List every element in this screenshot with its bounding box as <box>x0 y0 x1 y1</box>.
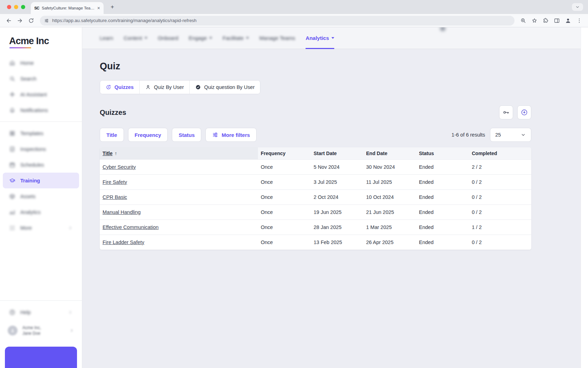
caret-down-icon <box>246 37 249 39</box>
nav-item-onboard[interactable]: Onboard <box>158 27 178 49</box>
sidebar-footer-divider <box>0 300 82 301</box>
sliders-icon <box>212 132 218 138</box>
sidebar-item-templates[interactable]: Templates <box>3 125 79 141</box>
frequency-cell: Once <box>258 209 311 215</box>
nav-item-learn[interactable]: Learn <box>100 27 113 49</box>
page-scrollbar[interactable] <box>581 27 588 368</box>
chevron-down-icon <box>520 132 526 138</box>
minimize-window-button[interactable] <box>14 5 18 9</box>
column-header-title[interactable]: Title↑ <box>100 147 258 159</box>
download-icon <box>521 109 528 116</box>
templates-icon <box>9 130 15 137</box>
sidebar-item-more[interactable]: More <box>3 220 79 236</box>
tab-quizzes[interactable]: Quizzes <box>100 81 139 94</box>
nav-item-manage-teams[interactable]: Manage Teams <box>259 27 295 49</box>
start-date-cell: 19 Jun 2025 <box>311 209 363 215</box>
zoom-icon[interactable] <box>518 15 528 26</box>
sidebar: Acme Inc Home Search AI Assistant Notifi… <box>0 27 82 368</box>
new-tab-button[interactable]: + <box>108 3 116 11</box>
table-row: Manual Handling Once 19 Jun 2025 21 Jun … <box>100 204 531 220</box>
org-profile-menu[interactable]: Acme Inc, Jane Doe <box>3 320 79 341</box>
forward-button[interactable] <box>15 15 25 26</box>
quizzes-table: Title↑ Frequency Start Date End Date Sta… <box>100 147 531 250</box>
chevron-right-icon <box>68 225 73 230</box>
quiz-title-link[interactable]: Fire Safety <box>103 179 127 185</box>
sidebar-item-notifications[interactable]: Notifications <box>3 102 79 118</box>
search-icon <box>9 76 15 82</box>
nav-item-content[interactable]: Content <box>124 27 147 49</box>
status-cell: Ended <box>416 209 469 215</box>
quiz-title-link[interactable]: Manual Handling <box>103 209 141 215</box>
frequency-cell: Once <box>258 164 311 170</box>
quiz-title-link[interactable]: Cyber Security <box>103 164 136 170</box>
tab-close-icon[interactable]: × <box>97 6 100 11</box>
sidebar-item-training[interactable]: Training <box>3 173 79 188</box>
sort-asc-icon: ↑ <box>115 151 117 156</box>
bar-chart-icon <box>9 209 15 215</box>
rapid-refresh-icon <box>106 84 111 90</box>
quiz-view-tabs: Quizzes Quiz By User Quiz question By Us… <box>100 80 260 94</box>
filter-frequency-button[interactable]: Frequency <box>128 128 168 142</box>
status-cell: Ended <box>416 164 469 170</box>
user-name: Jane Doe <box>22 331 41 336</box>
reload-button[interactable] <box>26 15 36 26</box>
quiz-title-link[interactable]: Effective Communication <box>103 224 159 230</box>
window-controls[interactable] <box>7 5 25 9</box>
browser-tab[interactable]: SC SafetyCulture: Manage Teams and... × <box>31 2 104 14</box>
screen: SC SafetyCulture: Manage Teams and... × … <box>0 0 588 368</box>
tab-search-button[interactable] <box>572 3 583 11</box>
section-title: Quizzes <box>100 109 126 117</box>
filter-title-button[interactable]: Title <box>100 128 124 142</box>
tab-quiz-by-user[interactable]: Quiz By User <box>139 81 189 94</box>
filter-status-button[interactable]: Status <box>172 128 201 142</box>
sidebar-item-help[interactable]: Help <box>3 304 79 320</box>
safetyculture-favicon: SC <box>34 6 39 10</box>
extensions-puzzle-icon[interactable] <box>540 15 551 26</box>
access-key-button[interactable] <box>499 105 513 119</box>
download-button[interactable] <box>517 105 531 119</box>
maximize-window-button[interactable] <box>21 5 25 9</box>
browser-menu-icon[interactable] <box>574 15 584 26</box>
nav-item-facilitate[interactable]: Facilitate <box>223 27 249 49</box>
filter-bar: Title Frequency Status More filters 1-6 … <box>100 128 531 142</box>
table-row: Fire Safety Once 3 Jul 2025 11 Jul 2025 … <box>100 174 531 189</box>
quiz-analytics-page: Quiz Quizzes Quiz By User Quiz question … <box>82 49 581 250</box>
page-title: Quiz <box>100 61 531 72</box>
help-icon <box>9 309 15 315</box>
more-filters-button[interactable]: More filters <box>205 128 257 142</box>
caret-down-icon <box>331 37 334 39</box>
chevron-right-icon <box>68 310 73 315</box>
bookmark-star-icon[interactable] <box>529 15 540 26</box>
calendar-icon <box>9 162 15 168</box>
tab-quiz-question-by-user[interactable]: Quiz question By User <box>189 81 260 94</box>
side-panel-icon[interactable] <box>552 15 562 26</box>
site-info-icon[interactable] <box>44 18 49 23</box>
cube-icon <box>9 193 15 200</box>
close-window-button[interactable] <box>7 5 11 9</box>
browser-profile-icon[interactable] <box>563 15 573 26</box>
sidebar-item-ai-assistant[interactable]: AI Assistant <box>3 86 79 102</box>
end-date-cell: 10 Oct 2024 <box>363 194 416 200</box>
status-cell: Ended <box>416 194 469 200</box>
completed-cell: 0 / 2 <box>469 179 531 185</box>
address-bar[interactable]: https://app.au.safetyculture.com/trainin… <box>40 16 514 26</box>
training-top-nav: Learn Content Onboard Engage Facilitate … <box>82 27 581 49</box>
start-date-cell: 2 Oct 2024 <box>311 194 363 200</box>
sidebar-item-assets[interactable]: Assets <box>3 188 79 204</box>
nav-item-engage[interactable]: Engage <box>189 27 212 49</box>
sidebar-item-inspections[interactable]: Inspections <box>3 141 79 157</box>
chevron-down-icon <box>575 5 580 9</box>
sidebar-promo-banner[interactable] <box>5 347 77 368</box>
page-size-select[interactable]: 25 <box>490 128 531 142</box>
sidebar-item-schedules[interactable]: Schedules <box>3 157 79 173</box>
quiz-title-link[interactable]: Fire Ladder Safety <box>103 239 144 245</box>
home-icon <box>9 60 15 66</box>
sidebar-item-search[interactable]: Search <box>3 71 79 86</box>
completed-cell: 0 / 2 <box>469 194 531 200</box>
sidebar-item-analytics[interactable]: Analytics <box>3 204 79 220</box>
sidebar-item-home[interactable]: Home <box>3 55 79 71</box>
start-date-cell: 13 Feb 2025 <box>311 239 363 245</box>
nav-item-analytics[interactable]: Analytics <box>306 27 334 49</box>
quiz-title-link[interactable]: CPR Basic <box>103 194 127 200</box>
back-button[interactable] <box>4 15 14 26</box>
